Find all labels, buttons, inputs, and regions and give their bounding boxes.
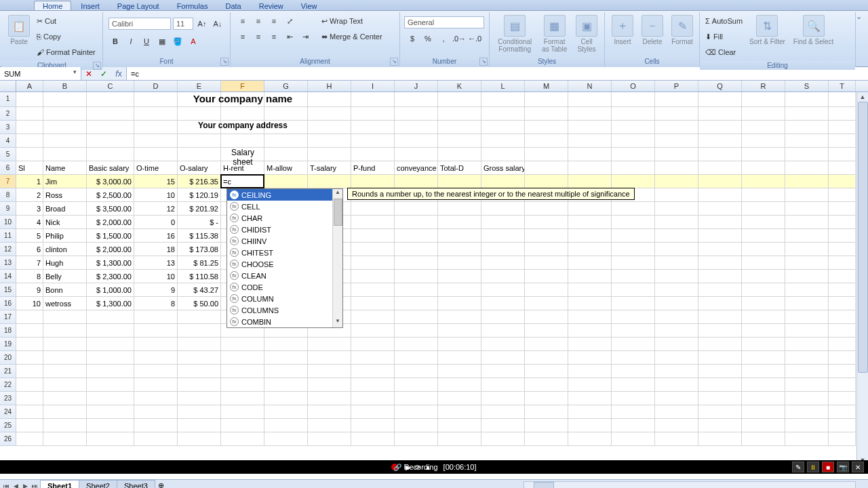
tray-up-icon[interactable]: ▲ — [425, 464, 431, 471]
ribbon-tab-view[interactable]: View — [293, 1, 326, 10]
cell[interactable] — [178, 324, 221, 338]
copy-button[interactable]: ⎘Copy — [35, 29, 97, 44]
cell[interactable] — [612, 392, 655, 405]
cell[interactable] — [742, 229, 785, 243]
rec-camera-icon[interactable]: 📷 — [837, 462, 849, 472]
cell[interactable] — [87, 148, 134, 161]
cell[interactable]: Sl — [16, 161, 43, 175]
cell[interactable] — [612, 229, 655, 243]
cell[interactable] — [481, 432, 525, 446]
cell[interactable] — [481, 324, 525, 338]
cell[interactable] — [568, 270, 612, 283]
cell[interactable] — [351, 107, 395, 121]
cell[interactable] — [351, 392, 395, 405]
cell[interactable] — [698, 229, 742, 243]
cell[interactable] — [698, 121, 742, 134]
cell[interactable] — [612, 243, 655, 256]
cell[interactable] — [568, 121, 612, 134]
column-header-M[interactable]: M — [525, 81, 568, 92]
row-header[interactable]: 17 — [0, 310, 16, 324]
cell[interactable] — [481, 134, 525, 148]
cell[interactable] — [351, 365, 395, 378]
cell[interactable] — [264, 107, 308, 121]
cell[interactable] — [829, 188, 856, 202]
cell[interactable] — [829, 216, 856, 229]
cell[interactable] — [785, 202, 829, 216]
font-color-button[interactable]: A — [186, 35, 200, 48]
cell[interactable] — [16, 365, 43, 378]
cell[interactable] — [785, 175, 829, 188]
cell[interactable] — [43, 405, 87, 419]
cell[interactable] — [481, 92, 525, 107]
cell[interactable] — [525, 283, 568, 297]
cell[interactable] — [351, 297, 395, 310]
cell[interactable]: 5 — [16, 229, 43, 243]
cell[interactable]: $ 110.58 — [178, 270, 221, 283]
cell[interactable] — [178, 134, 221, 148]
cell[interactable]: 0 — [134, 216, 178, 229]
cell[interactable] — [308, 92, 351, 107]
cell[interactable] — [785, 121, 829, 134]
cell[interactable]: Ross — [43, 188, 87, 202]
row-header[interactable]: 4 — [0, 134, 16, 148]
cell[interactable] — [525, 432, 568, 446]
cell[interactable] — [655, 351, 698, 365]
cell[interactable]: $ 50.00 — [178, 297, 221, 310]
cell[interactable] — [742, 351, 785, 365]
cell[interactable]: $ 2,000.00 — [87, 243, 134, 256]
row-header[interactable]: 16 — [0, 297, 16, 310]
cell[interactable] — [655, 297, 698, 310]
sheet-tab-3[interactable]: Sheet3 — [117, 480, 155, 488]
rec-pause-icon[interactable]: ⏸ — [807, 462, 819, 472]
row-header[interactable]: 7 — [0, 175, 16, 188]
cell[interactable]: $ 201.92 — [178, 202, 221, 216]
cell[interactable] — [43, 92, 87, 107]
cell[interactable] — [525, 216, 568, 229]
cell[interactable] — [785, 297, 829, 310]
cell[interactable] — [785, 310, 829, 324]
cell[interactable] — [351, 351, 395, 365]
cell[interactable] — [481, 419, 525, 432]
cell[interactable] — [655, 378, 698, 392]
cell[interactable] — [829, 107, 856, 121]
cell[interactable] — [655, 270, 698, 283]
column-header-A[interactable]: A — [16, 81, 43, 92]
cell[interactable] — [612, 419, 655, 432]
cell[interactable] — [16, 134, 43, 148]
cell[interactable]: 18 — [134, 243, 178, 256]
cell[interactable] — [395, 92, 438, 107]
cell[interactable] — [612, 351, 655, 365]
cell[interactable] — [742, 121, 785, 134]
autocomplete-item[interactable]: fxCEILING — [227, 189, 332, 201]
cell[interactable] — [16, 351, 43, 365]
cell[interactable]: 13 — [134, 256, 178, 270]
cell[interactable] — [829, 121, 856, 134]
cell[interactable]: 10 — [134, 270, 178, 283]
cell[interactable] — [612, 92, 655, 107]
rec-edit-icon[interactable]: ✎ — [792, 462, 804, 472]
cell[interactable] — [481, 351, 525, 365]
sort-filter-button[interactable]: ⇅Sort & Filter — [747, 14, 788, 47]
cell[interactable] — [568, 243, 612, 256]
italic-button[interactable]: I — [124, 35, 138, 48]
cell[interactable] — [395, 283, 438, 297]
cell[interactable] — [351, 216, 395, 229]
number-format-select[interactable] — [404, 16, 484, 28]
cell[interactable] — [612, 161, 655, 175]
cell[interactable]: Gross salary — [481, 161, 525, 175]
increase-decimal-icon[interactable]: .0→ — [452, 32, 466, 45]
cell[interactable] — [395, 365, 438, 378]
clipboard-launcher-icon[interactable]: ↘ — [93, 62, 101, 70]
cell[interactable] — [655, 243, 698, 256]
cell[interactable] — [698, 351, 742, 365]
cell[interactable] — [221, 378, 264, 392]
cell[interactable] — [655, 324, 698, 338]
cell[interactable] — [829, 161, 856, 175]
fill-color-button[interactable]: 🪣 — [171, 35, 184, 48]
cell[interactable] — [525, 202, 568, 216]
align-left-icon[interactable]: ≡ — [236, 30, 250, 43]
cell[interactable] — [351, 310, 395, 324]
cell[interactable] — [438, 378, 481, 392]
cell[interactable]: $ 43.27 — [178, 283, 221, 297]
cell[interactable] — [525, 134, 568, 148]
